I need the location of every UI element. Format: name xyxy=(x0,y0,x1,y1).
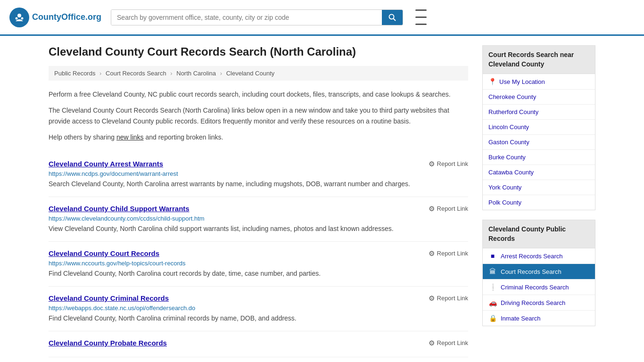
site-header: CountyOffice.org xyxy=(0,0,644,36)
list-item: Lincoln County xyxy=(483,120,595,135)
arrest-icon: ■ xyxy=(488,252,497,260)
record-desc-2: View Cleveland County, North Carolina ch… xyxy=(49,224,468,234)
record-url-2: https://www.clevelandcounty.com/ccdss/ch… xyxy=(49,215,468,222)
location-icon: 📍 xyxy=(488,78,496,85)
intro-text-1: Perform a free Cleveland County, NC publ… xyxy=(49,89,468,99)
list-item: 🚗 Driving Records Search xyxy=(483,295,595,311)
breadcrumb-sep: › xyxy=(170,70,172,77)
nearby-section: Court Records Search near Cleveland Coun… xyxy=(482,45,595,210)
county-link-york[interactable]: York County xyxy=(483,180,595,195)
breadcrumb-north-carolina[interactable]: North Carolina xyxy=(176,70,216,77)
list-item-active: 🏛 Court Records Search xyxy=(483,264,595,280)
record-url-1: https://www.ncdps.gov/document/warrant-a… xyxy=(49,170,468,177)
logo-icon xyxy=(9,8,29,27)
page-title: Cleveland County Court Records Search (N… xyxy=(49,45,468,58)
county-link-catawba[interactable]: Catawba County xyxy=(483,165,595,180)
hamburger-menu-button[interactable] xyxy=(413,5,429,30)
record-url-3: https://www.nccourts.gov/help-topics/cou… xyxy=(49,260,468,267)
records-list: Cleveland County Arrest Warrants ⚙ Repor… xyxy=(49,152,468,357)
breadcrumb-court-records[interactable]: Court Records Search xyxy=(106,70,166,77)
report-icon: ⚙ xyxy=(429,205,435,213)
county-link-rutherford[interactable]: Rutherford County xyxy=(483,105,595,119)
svg-point-2 xyxy=(16,17,18,19)
report-icon: ⚙ xyxy=(429,339,435,347)
intro-text-2: The Cleveland County Court Records Searc… xyxy=(49,105,468,126)
record-item: Cleveland County Criminal Records ⚙ Repo… xyxy=(49,287,468,331)
report-icon: ⚙ xyxy=(429,160,435,168)
county-link-burke[interactable]: Burke County xyxy=(483,150,595,165)
svg-point-4 xyxy=(389,14,394,19)
list-item: Burke County xyxy=(483,150,595,165)
county-link-cherokee[interactable]: Cherokee County xyxy=(483,90,595,104)
report-link-2[interactable]: ⚙ Report Link xyxy=(429,205,468,213)
county-link-lincoln[interactable]: Lincoln County xyxy=(483,120,595,134)
breadcrumb-public-records[interactable]: Public Records xyxy=(54,70,95,77)
public-records-section-title: Cleveland County Public Records xyxy=(483,220,595,248)
list-item: Polk County xyxy=(483,195,595,210)
svg-point-1 xyxy=(17,14,21,17)
inmate-icon: 🔒 xyxy=(488,314,497,322)
record-desc-3: Find Cleveland County, North Carolina co… xyxy=(49,269,468,279)
arrest-records-link[interactable]: ■ Arrest Records Search xyxy=(483,248,595,263)
record-item: Cleveland County Child Support Warrants … xyxy=(49,197,468,242)
county-link-gaston[interactable]: Gaston County xyxy=(483,135,595,149)
record-item: Cleveland County Court Records ⚙ Report … xyxy=(49,242,468,287)
report-link-1[interactable]: ⚙ Report Link xyxy=(429,160,468,168)
court-records-link[interactable]: 🏛 Court Records Search xyxy=(483,264,595,279)
driving-records-link[interactable]: 🚗 Driving Records Search xyxy=(483,295,595,310)
record-title-3[interactable]: Cleveland County Court Records xyxy=(49,249,159,257)
nearby-section-title: Court Records Search near Cleveland Coun… xyxy=(483,46,595,74)
list-item: ■ Arrest Records Search xyxy=(483,248,595,264)
criminal-icon: ❕ xyxy=(488,283,497,291)
search-input[interactable] xyxy=(111,10,382,25)
list-item: Cherokee County xyxy=(483,90,595,105)
breadcrumb: Public Records › Court Records Search › … xyxy=(49,66,468,81)
report-link-3[interactable]: ⚙ Report Link xyxy=(429,249,468,258)
logo[interactable]: CountyOffice.org xyxy=(9,8,101,27)
nearby-county-list: Cherokee County Rutherford County Lincol… xyxy=(483,90,595,210)
report-link-5[interactable]: ⚙ Report Link xyxy=(429,339,468,347)
county-link-polk[interactable]: Polk County xyxy=(483,195,595,210)
record-title-2[interactable]: Cleveland County Child Support Warrants xyxy=(49,205,190,213)
search-icon xyxy=(388,14,396,21)
driving-icon: 🚗 xyxy=(488,299,497,306)
list-item: Catawba County xyxy=(483,165,595,180)
search-bar xyxy=(111,9,403,25)
list-item: Gaston County xyxy=(483,135,595,150)
svg-point-3 xyxy=(21,17,24,19)
list-item: 🔒 Inmate Search xyxy=(483,311,595,326)
public-records-section: Cleveland County Public Records ■ Arrest… xyxy=(482,220,595,326)
record-item: Cleveland County Probate Records ⚙ Repor… xyxy=(49,331,468,357)
court-icon: 🏛 xyxy=(488,268,497,275)
record-title-4[interactable]: Cleveland County Criminal Records xyxy=(49,294,169,302)
list-item: Rutherford County xyxy=(483,105,595,120)
use-my-location-button[interactable]: 📍 Use My Location xyxy=(483,74,595,90)
new-links-link[interactable]: new links xyxy=(116,133,144,141)
record-title-1[interactable]: Cleveland County Arrest Warrants xyxy=(49,160,163,168)
record-url-4: https://webapps.doc.state.nc.us/opi/offe… xyxy=(49,304,468,312)
record-title-5[interactable]: Cleveland County Probate Records xyxy=(49,339,167,347)
sidebar: Court Records Search near Cleveland Coun… xyxy=(482,45,595,357)
inmate-search-link[interactable]: 🔒 Inmate Search xyxy=(483,311,595,326)
menu-line xyxy=(415,16,427,18)
record-desc-1: Search Cleveland County, North Carolina … xyxy=(49,179,468,189)
record-desc-4: Find Cleveland County, North Carolina cr… xyxy=(49,313,468,323)
logo-text: CountyOffice.org xyxy=(32,12,101,22)
breadcrumb-sep: › xyxy=(220,70,222,77)
criminal-records-link[interactable]: ❕ Criminal Records Search xyxy=(483,280,595,295)
breadcrumb-cleveland-county[interactable]: Cleveland County xyxy=(226,70,275,77)
search-button[interactable] xyxy=(382,10,403,25)
main-container: Cleveland County Court Records Search (N… xyxy=(39,36,605,362)
share-text: Help others by sharing new links and rep… xyxy=(49,132,468,142)
report-icon: ⚙ xyxy=(429,294,435,303)
list-item: ❕ Criminal Records Search xyxy=(483,280,595,295)
report-link-4[interactable]: ⚙ Report Link xyxy=(429,294,468,303)
svg-line-5 xyxy=(394,18,396,21)
report-icon: ⚙ xyxy=(429,249,435,258)
menu-line xyxy=(415,24,427,25)
record-item: Cleveland County Arrest Warrants ⚙ Repor… xyxy=(49,152,468,197)
breadcrumb-sep: › xyxy=(99,70,101,77)
menu-line xyxy=(415,9,427,11)
public-records-list: ■ Arrest Records Search 🏛 Court Records … xyxy=(483,248,595,326)
content-area: Cleveland County Court Records Search (N… xyxy=(49,45,468,357)
